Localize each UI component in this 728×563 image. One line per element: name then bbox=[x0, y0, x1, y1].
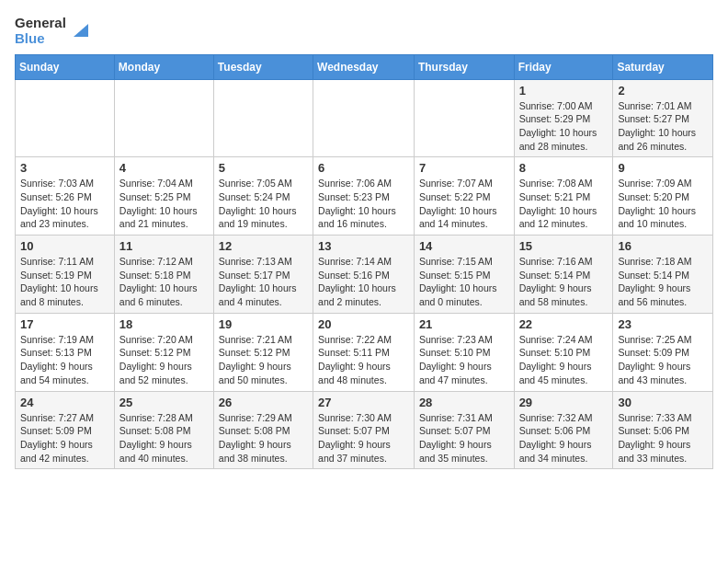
day-info: Sunrise: 7:28 AMSunset: 5:08 PMDaylight:… bbox=[119, 411, 209, 465]
day-cell bbox=[16, 79, 115, 157]
day-cell: 22Sunrise: 7:24 AMSunset: 5:10 PMDayligh… bbox=[514, 313, 613, 391]
day-number: 22 bbox=[519, 317, 609, 331]
day-info: Sunrise: 7:22 AMSunset: 5:11 PMDaylight:… bbox=[318, 333, 409, 387]
header-tuesday: Tuesday bbox=[213, 54, 313, 79]
day-cell: 14Sunrise: 7:15 AMSunset: 5:15 PMDayligh… bbox=[414, 236, 514, 314]
day-number: 26 bbox=[219, 396, 308, 409]
day-cell: 20Sunrise: 7:22 AMSunset: 5:11 PMDayligh… bbox=[313, 313, 415, 391]
day-info: Sunrise: 7:27 AMSunset: 5:09 PMDaylight:… bbox=[20, 411, 109, 465]
day-cell bbox=[213, 79, 313, 157]
day-info: Sunrise: 7:07 AMSunset: 5:22 PMDaylight:… bbox=[419, 177, 509, 231]
day-info: Sunrise: 7:03 AMSunset: 5:26 PMDaylight:… bbox=[20, 177, 109, 231]
day-cell: 30Sunrise: 7:33 AMSunset: 5:06 PMDayligh… bbox=[613, 391, 713, 469]
day-cell bbox=[114, 79, 213, 157]
day-cell: 15Sunrise: 7:16 AMSunset: 5:14 PMDayligh… bbox=[514, 236, 613, 314]
page-header: General Blue bbox=[15, 15, 713, 47]
day-cell: 29Sunrise: 7:32 AMSunset: 5:06 PMDayligh… bbox=[514, 391, 613, 469]
week-row-3: 10Sunrise: 7:11 AMSunset: 5:19 PMDayligh… bbox=[16, 236, 713, 314]
logo-general: General bbox=[15, 15, 66, 30]
day-info: Sunrise: 7:12 AMSunset: 5:18 PMDaylight:… bbox=[119, 255, 209, 309]
day-number: 19 bbox=[219, 317, 308, 331]
svg-marker-0 bbox=[74, 24, 88, 37]
day-number: 27 bbox=[318, 396, 409, 409]
day-number: 6 bbox=[318, 161, 409, 175]
day-cell: 27Sunrise: 7:30 AMSunset: 5:07 PMDayligh… bbox=[313, 391, 415, 469]
day-cell: 10Sunrise: 7:11 AMSunset: 5:19 PMDayligh… bbox=[16, 236, 115, 314]
header-saturday: Saturday bbox=[613, 54, 713, 79]
header-monday: Monday bbox=[114, 54, 213, 79]
calendar-header-row: SundayMondayTuesdayWednesdayThursdayFrid… bbox=[16, 54, 713, 79]
header-friday: Friday bbox=[514, 54, 613, 79]
day-cell: 18Sunrise: 7:20 AMSunset: 5:12 PMDayligh… bbox=[114, 313, 213, 391]
day-number: 2 bbox=[618, 84, 708, 98]
day-info: Sunrise: 7:18 AMSunset: 5:14 PMDaylight:… bbox=[618, 255, 708, 309]
day-number: 7 bbox=[419, 161, 509, 175]
day-info: Sunrise: 7:13 AMSunset: 5:17 PMDaylight:… bbox=[219, 255, 308, 309]
day-cell: 12Sunrise: 7:13 AMSunset: 5:17 PMDayligh… bbox=[213, 236, 313, 314]
day-info: Sunrise: 7:01 AMSunset: 5:27 PMDaylight:… bbox=[618, 99, 708, 154]
day-number: 1 bbox=[519, 84, 609, 98]
week-row-4: 17Sunrise: 7:19 AMSunset: 5:13 PMDayligh… bbox=[16, 313, 713, 391]
day-number: 5 bbox=[219, 161, 308, 175]
header-wednesday: Wednesday bbox=[313, 54, 415, 79]
day-number: 25 bbox=[119, 396, 209, 409]
day-info: Sunrise: 7:00 AMSunset: 5:29 PMDaylight:… bbox=[519, 99, 609, 154]
day-info: Sunrise: 7:25 AMSunset: 5:09 PMDaylight:… bbox=[618, 333, 708, 387]
day-number: 10 bbox=[20, 239, 109, 253]
day-info: Sunrise: 7:23 AMSunset: 5:10 PMDaylight:… bbox=[419, 333, 509, 387]
day-number: 14 bbox=[419, 239, 509, 253]
logo-blue: Blue bbox=[15, 30, 66, 46]
day-cell: 23Sunrise: 7:25 AMSunset: 5:09 PMDayligh… bbox=[613, 313, 713, 391]
day-cell: 16Sunrise: 7:18 AMSunset: 5:14 PMDayligh… bbox=[613, 236, 713, 314]
day-number: 15 bbox=[519, 239, 609, 253]
day-number: 29 bbox=[519, 396, 609, 409]
day-info: Sunrise: 7:30 AMSunset: 5:07 PMDaylight:… bbox=[318, 411, 409, 465]
day-info: Sunrise: 7:09 AMSunset: 5:20 PMDaylight:… bbox=[618, 177, 708, 231]
day-number: 11 bbox=[119, 239, 209, 253]
day-info: Sunrise: 7:04 AMSunset: 5:25 PMDaylight:… bbox=[119, 177, 209, 231]
day-info: Sunrise: 7:06 AMSunset: 5:23 PMDaylight:… bbox=[318, 177, 409, 231]
day-number: 28 bbox=[419, 396, 509, 409]
day-info: Sunrise: 7:14 AMSunset: 5:16 PMDaylight:… bbox=[318, 255, 409, 309]
logo: General Blue bbox=[15, 15, 88, 47]
day-info: Sunrise: 7:33 AMSunset: 5:06 PMDaylight:… bbox=[618, 411, 708, 465]
day-number: 18 bbox=[119, 317, 209, 331]
day-cell: 26Sunrise: 7:29 AMSunset: 5:08 PMDayligh… bbox=[213, 391, 313, 469]
logo-arrow-icon bbox=[74, 24, 88, 37]
day-info: Sunrise: 7:21 AMSunset: 5:12 PMDaylight:… bbox=[219, 333, 308, 387]
day-info: Sunrise: 7:11 AMSunset: 5:19 PMDaylight:… bbox=[20, 255, 109, 309]
day-cell: 25Sunrise: 7:28 AMSunset: 5:08 PMDayligh… bbox=[114, 391, 213, 469]
day-info: Sunrise: 7:19 AMSunset: 5:13 PMDaylight:… bbox=[20, 333, 109, 387]
day-number: 17 bbox=[20, 317, 109, 331]
day-cell: 11Sunrise: 7:12 AMSunset: 5:18 PMDayligh… bbox=[114, 236, 213, 314]
day-number: 30 bbox=[618, 396, 708, 409]
day-number: 3 bbox=[20, 161, 109, 175]
day-cell: 3Sunrise: 7:03 AMSunset: 5:26 PMDaylight… bbox=[16, 157, 115, 236]
day-cell: 17Sunrise: 7:19 AMSunset: 5:13 PMDayligh… bbox=[16, 313, 115, 391]
day-info: Sunrise: 7:05 AMSunset: 5:24 PMDaylight:… bbox=[219, 177, 308, 231]
header-sunday: Sunday bbox=[16, 54, 115, 79]
day-cell: 5Sunrise: 7:05 AMSunset: 5:24 PMDaylight… bbox=[213, 157, 313, 236]
day-cell: 21Sunrise: 7:23 AMSunset: 5:10 PMDayligh… bbox=[414, 313, 514, 391]
day-number: 9 bbox=[618, 161, 708, 175]
day-number: 4 bbox=[119, 161, 209, 175]
week-row-2: 3Sunrise: 7:03 AMSunset: 5:26 PMDaylight… bbox=[16, 157, 713, 236]
week-row-1: 1Sunrise: 7:00 AMSunset: 5:29 PMDaylight… bbox=[16, 79, 713, 157]
day-info: Sunrise: 7:29 AMSunset: 5:08 PMDaylight:… bbox=[219, 411, 308, 465]
day-number: 13 bbox=[318, 239, 409, 253]
day-cell: 19Sunrise: 7:21 AMSunset: 5:12 PMDayligh… bbox=[213, 313, 313, 391]
logo-arrows bbox=[74, 24, 88, 37]
day-number: 20 bbox=[318, 317, 409, 331]
day-cell: 24Sunrise: 7:27 AMSunset: 5:09 PMDayligh… bbox=[16, 391, 115, 469]
day-cell: 6Sunrise: 7:06 AMSunset: 5:23 PMDaylight… bbox=[313, 157, 415, 236]
day-info: Sunrise: 7:32 AMSunset: 5:06 PMDaylight:… bbox=[519, 411, 609, 465]
day-number: 8 bbox=[519, 161, 609, 175]
header-thursday: Thursday bbox=[414, 54, 514, 79]
day-cell: 9Sunrise: 7:09 AMSunset: 5:20 PMDaylight… bbox=[613, 157, 713, 236]
day-cell: 8Sunrise: 7:08 AMSunset: 5:21 PMDaylight… bbox=[514, 157, 613, 236]
day-number: 16 bbox=[618, 239, 708, 253]
day-cell: 1Sunrise: 7:00 AMSunset: 5:29 PMDaylight… bbox=[514, 79, 613, 157]
logo-box: General Blue bbox=[15, 15, 88, 47]
day-cell: 4Sunrise: 7:04 AMSunset: 5:25 PMDaylight… bbox=[114, 157, 213, 236]
day-cell: 2Sunrise: 7:01 AMSunset: 5:27 PMDaylight… bbox=[613, 79, 713, 157]
